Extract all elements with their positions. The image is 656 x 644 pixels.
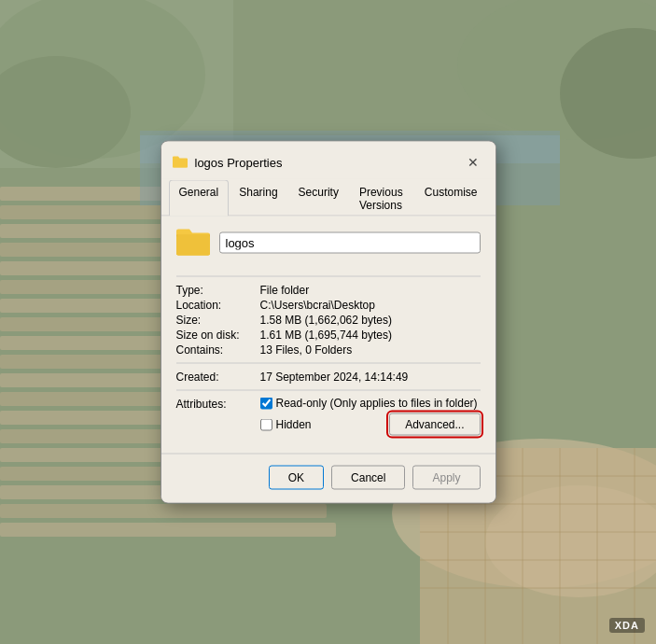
folder-header	[176, 228, 481, 265]
cancel-button[interactable]: Cancel	[331, 466, 405, 490]
size-row: Size: 1.58 MB (1,662,062 bytes)	[176, 313, 481, 328]
readonly-label: Read-only (Only applies to files in fold…	[276, 397, 478, 410]
location-row: Location: C:\Users\bcrai\Desktop	[176, 298, 481, 313]
size-on-disk-row: Size on disk: 1.61 MB (1,695,744 bytes)	[176, 328, 481, 343]
type-value: File folder	[260, 284, 481, 297]
created-label: Created:	[176, 371, 260, 384]
separator-1	[176, 276, 481, 277]
svg-rect-8	[0, 224, 187, 238]
advanced-button[interactable]: Advanced...	[389, 413, 480, 436]
close-button[interactable]: ✕	[462, 151, 484, 174]
dialog-wrapper: logos Properties ✕ General Sharing Secur…	[161, 141, 496, 504]
hidden-row: Hidden Advanced...	[260, 413, 481, 436]
tab-general[interactable]: General	[169, 180, 230, 217]
readonly-checkbox[interactable]	[260, 397, 272, 409]
tab-sharing[interactable]: Sharing	[229, 180, 287, 217]
size-value: 1.58 MB (1,662,062 bytes)	[260, 314, 481, 327]
tab-security[interactable]: Security	[288, 180, 349, 217]
xda-watermark: XDA	[609, 618, 645, 633]
ok-button[interactable]: OK	[269, 466, 324, 490]
contains-row: Contains: 13 Files, 0 Folders	[176, 343, 481, 357]
dialog-title: logos Properties	[195, 155, 454, 169]
created-row: Created: 17 September 2024, 14:14:49	[176, 370, 481, 385]
created-value: 17 September 2024, 14:14:49	[260, 371, 481, 384]
folder-large-icon	[176, 228, 210, 258]
separator-2	[176, 363, 481, 364]
title-bar: logos Properties ✕	[161, 142, 495, 179]
properties-dialog: logos Properties ✕ General Sharing Secur…	[161, 141, 496, 504]
tab-customise[interactable]: Customise	[414, 180, 488, 217]
hidden-label: Hidden	[276, 418, 312, 431]
attributes-row: Attributes: Read-only (Only applies to f…	[176, 397, 481, 436]
properties-table: Type: File folder Location: C:\Users\bcr…	[176, 283, 481, 357]
size-on-disk-label: Size on disk:	[176, 329, 260, 342]
size-label: Size:	[176, 314, 260, 327]
location-value: C:\Users\bcrai\Desktop	[260, 299, 481, 312]
apply-button[interactable]: Apply	[412, 466, 480, 490]
svg-rect-23	[0, 504, 327, 518]
dialog-content: Type: File folder Location: C:\Users\bcr…	[161, 217, 495, 454]
separator-3	[176, 390, 481, 391]
hidden-checkbox[interactable]	[260, 418, 272, 430]
tab-bar: General Sharing Security Previous Versio…	[161, 179, 495, 217]
type-label: Type:	[176, 284, 260, 297]
contains-label: Contains:	[176, 343, 260, 357]
size-on-disk-value: 1.61 MB (1,695,744 bytes)	[260, 329, 481, 342]
attributes-label: Attributes:	[176, 397, 260, 411]
dialog-footer: OK Cancel Apply	[161, 454, 495, 503]
svg-rect-24	[0, 523, 336, 537]
svg-rect-7	[0, 205, 177, 219]
folder-name-input[interactable]	[219, 231, 481, 253]
title-bar-folder-icon	[173, 155, 188, 170]
created-table: Created: 17 September 2024, 14:14:49	[176, 370, 481, 385]
tab-previous-versions[interactable]: Previous Versions	[349, 180, 414, 217]
type-row: Type: File folder	[176, 283, 481, 298]
attributes-controls: Read-only (Only applies to files in fold…	[260, 397, 481, 436]
contains-value: 13 Files, 0 Folders	[260, 343, 481, 357]
attributes-section: Attributes: Read-only (Only applies to f…	[176, 397, 481, 436]
readonly-row: Read-only (Only applies to files in fold…	[260, 397, 481, 410]
location-label: Location:	[176, 299, 260, 312]
